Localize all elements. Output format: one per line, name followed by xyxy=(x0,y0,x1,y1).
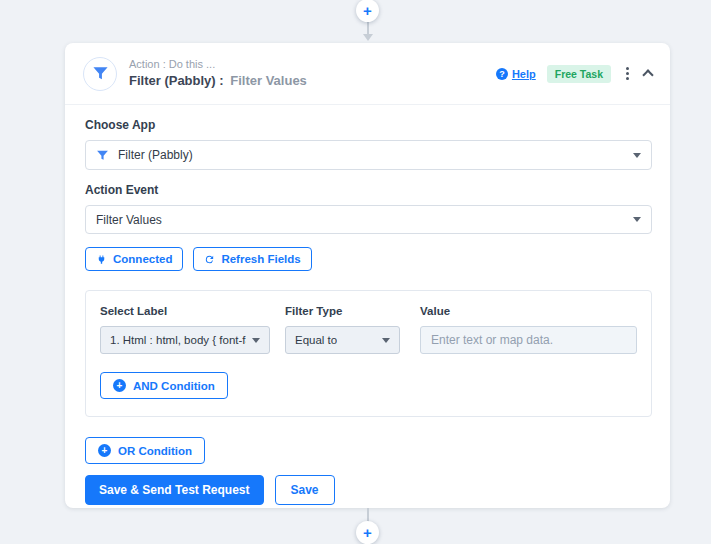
refresh-fields-label: Refresh Fields xyxy=(221,253,300,265)
filter-funnel-icon xyxy=(96,149,109,162)
arrow-down-icon xyxy=(363,34,373,41)
step-subtitle: Action : Do this ... xyxy=(129,58,307,72)
or-condition-button[interactable]: + OR Condition xyxy=(85,437,205,464)
collapse-chevron-icon[interactable] xyxy=(642,69,653,80)
select-label-column: Select Label 1. Html : html, body { font… xyxy=(100,305,270,354)
card-body: Choose App Filter (Pabbly) Action Event … xyxy=(65,105,670,505)
filter-condition-box: Select Label 1. Html : html, body { font… xyxy=(85,290,652,417)
step-title-event: Filter Values xyxy=(230,73,307,88)
connected-label: Connected xyxy=(113,253,172,265)
header-text: Action : Do this ... Filter (Pabbly) : F… xyxy=(129,58,307,90)
filter-funnel-icon xyxy=(92,65,109,82)
save-send-test-button[interactable]: Save & Send Test Request xyxy=(85,475,264,505)
chevron-down-icon xyxy=(633,153,641,158)
refresh-icon xyxy=(204,254,215,265)
filter-type-dropdown[interactable]: Equal to xyxy=(285,326,400,354)
and-condition-label: AND Condition xyxy=(133,380,215,392)
value-column: Value xyxy=(420,305,637,354)
save-buttons-row: Save & Send Test Request Save xyxy=(85,475,652,505)
action-event-select[interactable]: Filter Values xyxy=(85,205,652,234)
plus-circle-icon: + xyxy=(98,444,111,457)
add-step-bottom-button[interactable]: + xyxy=(356,521,379,544)
app-logo-circle xyxy=(83,57,117,91)
condition-columns: Select Label 1. Html : html, body { font… xyxy=(100,305,637,354)
value-input[interactable] xyxy=(420,326,637,354)
refresh-fields-button[interactable]: Refresh Fields xyxy=(193,247,311,271)
plus-circle-icon: + xyxy=(113,379,126,392)
action-event-value: Filter Values xyxy=(96,213,162,227)
action-event-label: Action Event xyxy=(85,183,652,197)
kebab-menu-icon[interactable] xyxy=(622,65,633,82)
choose-app-value: Filter (Pabbly) xyxy=(118,148,193,162)
card-header: Action : Do this ... Filter (Pabbly) : F… xyxy=(65,43,670,105)
free-task-badge: Free Task xyxy=(547,65,611,83)
save-button[interactable]: Save xyxy=(275,475,335,505)
plus-icon: + xyxy=(363,524,372,541)
and-condition-button[interactable]: + AND Condition xyxy=(100,372,228,399)
value-label: Value xyxy=(420,305,637,317)
add-step-top-button[interactable]: + xyxy=(356,0,379,22)
connected-button[interactable]: Connected xyxy=(85,247,183,271)
or-condition-label: OR Condition xyxy=(118,445,192,457)
choose-app-label: Choose App xyxy=(85,118,652,132)
select-label-label: Select Label xyxy=(100,305,270,317)
connection-buttons-row: Connected Refresh Fields xyxy=(85,247,652,271)
help-link[interactable]: ? Help xyxy=(496,68,536,80)
chevron-down-icon xyxy=(633,217,641,222)
header-actions: ? Help Free Task xyxy=(496,65,652,83)
help-question-icon: ? xyxy=(496,68,508,80)
chevron-down-icon xyxy=(252,338,260,343)
filter-type-value: Equal to xyxy=(295,334,337,346)
plug-icon xyxy=(96,254,107,265)
connector-line-top xyxy=(367,21,369,34)
step-title: Filter (Pabbly) : Filter Values xyxy=(129,73,307,89)
choose-app-select[interactable]: Filter (Pabbly) xyxy=(85,140,652,170)
help-label: Help xyxy=(512,68,536,80)
step-title-app: Filter (Pabbly) : xyxy=(129,73,224,88)
filter-type-label: Filter Type xyxy=(285,305,400,317)
filter-type-column: Filter Type Equal to xyxy=(285,305,400,354)
select-label-value: 1. Html : html, body { font-family xyxy=(110,334,246,346)
select-label-dropdown[interactable]: 1. Html : html, body { font-family xyxy=(100,326,270,354)
action-step-card: Action : Do this ... Filter (Pabbly) : F… xyxy=(65,43,670,508)
plus-icon: + xyxy=(363,2,372,19)
chevron-down-icon xyxy=(382,338,390,343)
